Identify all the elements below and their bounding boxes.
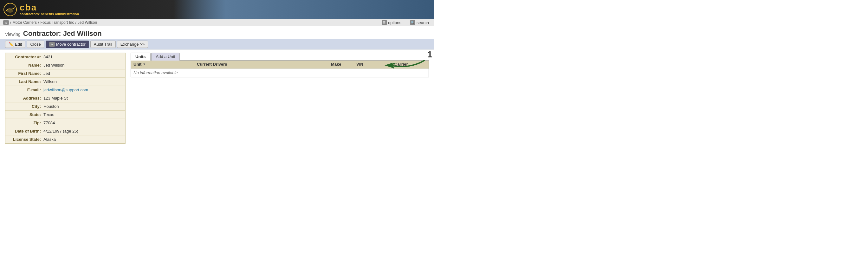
top-right-actions: ☰ options 🔍 search <box>380 19 431 26</box>
info-row-dob: Date of Birth: 4/12/1997 (age 25) <box>5 127 125 136</box>
main-content: Contractor #: 3421 Name: Jed Willson Fir… <box>0 50 434 147</box>
label-license-state: License State: <box>9 137 41 142</box>
col-header-make: Make <box>331 62 356 67</box>
options-icon: ☰ <box>382 20 387 25</box>
label-state: State: <box>9 112 41 117</box>
value-dob: 4/12/1997 (age 25) <box>43 129 78 134</box>
page-title: Contractor: Jed Willson <box>23 29 102 38</box>
info-row-name: Name: Jed Willson <box>5 61 125 69</box>
label-first-name: First Name: <box>9 71 41 76</box>
label-zip: Zip: <box>9 120 41 125</box>
table-empty-message: No information available <box>131 68 429 77</box>
search-button[interactable]: 🔍 search <box>408 19 431 26</box>
logo: cba contractors' benefits administration <box>3 3 79 17</box>
breadcrumb-separator-2: / <box>38 20 39 25</box>
header-decoration <box>174 0 434 19</box>
value-first-name: Jed <box>43 71 50 76</box>
value-state: Texas <box>43 112 54 117</box>
info-row-email: E-mail: jedwillson@support.com <box>5 86 125 94</box>
info-row-first-name: First Name: Jed <box>5 69 125 78</box>
toolbar: ✏️ Edit Close » Move contractor Audit Tr… <box>0 39 434 50</box>
edit-button[interactable]: ✏️ Edit <box>5 40 25 48</box>
breadcrumb: ⌂ / Motor Carriers / Focus Transport Inc… <box>0 19 434 26</box>
viewing-label: Viewing <box>5 32 21 37</box>
table-header: Unit ▼ Current Drivers Make VIN Carrier <box>131 61 429 68</box>
info-row-last-name: Last Name: Willson <box>5 78 125 86</box>
col-header-vin: VIN <box>356 62 394 67</box>
info-row-contractor-num: Contractor #: 3421 <box>5 53 125 61</box>
breadcrumb-separator-3: / <box>75 20 76 25</box>
value-license-state: Alaska <box>43 137 56 142</box>
tab-units[interactable]: Units <box>131 53 151 61</box>
label-contractor-num: Contractor #: <box>9 55 41 59</box>
label-last-name: Last Name: <box>9 79 41 84</box>
logo-icon <box>3 3 17 17</box>
tabs: Units Add a Unit <box>131 53 429 61</box>
close-button[interactable]: Close <box>27 40 44 48</box>
right-panel: Units Add a Unit 1 Unit ▼ Current Driver… <box>131 53 429 144</box>
options-button[interactable]: ☰ options <box>380 19 403 26</box>
audit-trail-button[interactable]: Audit Trail <box>90 40 116 48</box>
logo-text: cba contractors' benefits administration <box>20 3 79 16</box>
breadcrumb-separator-1: / <box>10 20 11 25</box>
svg-point-1 <box>7 9 13 13</box>
info-row-state: State: Texas <box>5 111 125 119</box>
value-email[interactable]: jedwillson@support.com <box>43 88 88 92</box>
search-icon: 🔍 <box>410 20 415 25</box>
edit-icon: ✏️ <box>8 42 13 47</box>
label-address: Address: <box>9 96 41 100</box>
col-header-unit[interactable]: Unit ▼ <box>133 62 197 67</box>
home-icon[interactable]: ⌂ <box>3 20 9 25</box>
value-city: Houston <box>43 104 59 109</box>
logo-subtitle: contractors' benefits administration <box>20 12 79 16</box>
tab-add-unit[interactable]: Add a Unit <box>151 53 180 61</box>
label-dob: Date of Birth: <box>9 129 41 134</box>
viewing-bar: Viewing Contractor: Jed Willson <box>0 26 434 39</box>
move-contractor-button[interactable]: » Move contractor <box>45 40 89 48</box>
info-panel: Contractor #: 3421 Name: Jed Willson Fir… <box>5 53 126 144</box>
col-header-drivers: Current Drivers <box>197 62 331 67</box>
move-icon: » <box>49 42 55 47</box>
value-zip: 77084 <box>43 120 55 125</box>
breadcrumb-focus-transport[interactable]: Focus Transport Inc <box>40 20 74 25</box>
breadcrumb-jed-willson: Jed Willson <box>78 20 97 25</box>
info-row-address: Address: 123 Maple St <box>5 94 125 102</box>
value-name: Jed Willson <box>43 63 64 67</box>
info-row-zip: Zip: 77084 <box>5 119 125 127</box>
label-email: E-mail: <box>9 88 41 92</box>
value-address: 123 Maple St <box>43 96 68 100</box>
table-area: Unit ▼ Current Drivers Make VIN Carrier … <box>131 60 429 78</box>
label-city: City: <box>9 104 41 109</box>
exchange-button[interactable]: Exchange >> <box>117 40 148 48</box>
logo-cba-text: cba <box>20 3 79 12</box>
breadcrumb-motor-carriers[interactable]: Motor Carriers <box>12 20 37 25</box>
sort-arrow-icon: ▼ <box>143 62 146 66</box>
info-row-city: City: Houston <box>5 102 125 111</box>
col-header-carrier: Carrier <box>394 62 426 67</box>
annotation-container: Units Add a Unit 1 <box>131 53 429 61</box>
value-contractor-num: 3421 <box>43 55 53 59</box>
label-name: Name: <box>9 63 41 67</box>
value-last-name: Willson <box>43 79 57 84</box>
info-row-license-state: License State: Alaska <box>5 136 125 143</box>
app-header: cba contractors' benefits administration <box>0 0 434 19</box>
